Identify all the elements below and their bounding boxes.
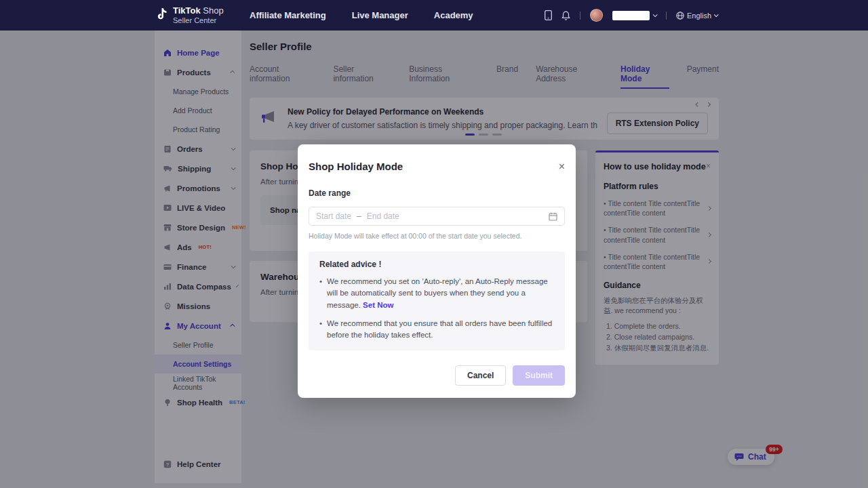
username-redacted xyxy=(612,11,650,20)
account-switcher[interactable] xyxy=(612,11,656,20)
top-navbar: TikTok Shop Seller Center Affiliate Mark… xyxy=(0,0,868,30)
mobile-app-icon[interactable] xyxy=(545,10,552,20)
related-advice-box: Related advice ! • We recommend you set … xyxy=(309,251,565,350)
calendar-icon[interactable] xyxy=(549,212,557,221)
language-selector[interactable]: English xyxy=(676,12,717,20)
close-icon[interactable]: × xyxy=(559,161,565,172)
brand-logo[interactable]: TikTok Shop Seller Center xyxy=(155,6,250,24)
nav-link-academy[interactable]: Academy xyxy=(434,10,473,20)
language-label: English xyxy=(687,12,711,20)
nav-divider xyxy=(666,12,667,20)
modal-title: Shop Holiday Mode xyxy=(309,161,403,172)
cancel-button[interactable]: Cancel xyxy=(455,365,506,386)
submit-button[interactable]: Submit xyxy=(513,365,565,386)
start-date-placeholder: Start date xyxy=(316,211,351,221)
date-range-input[interactable]: Start date – End date xyxy=(309,207,565,226)
brand-line2: Seller Center xyxy=(173,16,224,24)
date-range-label: Date range xyxy=(309,188,565,198)
shop-holiday-mode-modal: Shop Holiday Mode × Date range Start dat… xyxy=(298,144,576,398)
set-now-link[interactable]: Set Now xyxy=(363,301,393,309)
brand-line1: TikTok Shop xyxy=(173,6,224,16)
chevron-down-icon xyxy=(653,12,658,17)
nav-link-affiliate-marketing[interactable]: Affiliate Marketing xyxy=(250,10,326,20)
nav-link-live-manager[interactable]: Live Manager xyxy=(352,10,408,20)
nav-right-cluster: English xyxy=(545,9,868,22)
notifications-bell-icon[interactable] xyxy=(561,11,570,20)
chevron-down-icon xyxy=(714,12,719,17)
nav-divider xyxy=(580,12,580,20)
nav-links: Affiliate Marketing Live Manager Academy xyxy=(250,10,473,20)
end-date-placeholder: End date xyxy=(367,211,399,221)
user-avatar[interactable] xyxy=(590,9,603,22)
date-helper-text: Holiday Mode will take effect at 00:00 o… xyxy=(309,232,565,240)
globe-icon xyxy=(676,12,684,20)
advice-item: • We recommend you set on 'Auto-reply', … xyxy=(319,276,554,311)
tiktok-logo-icon xyxy=(155,7,168,22)
advice-item: • We recommend that you ensure that all … xyxy=(319,318,554,342)
advice-title: Related advice ! xyxy=(319,260,554,269)
